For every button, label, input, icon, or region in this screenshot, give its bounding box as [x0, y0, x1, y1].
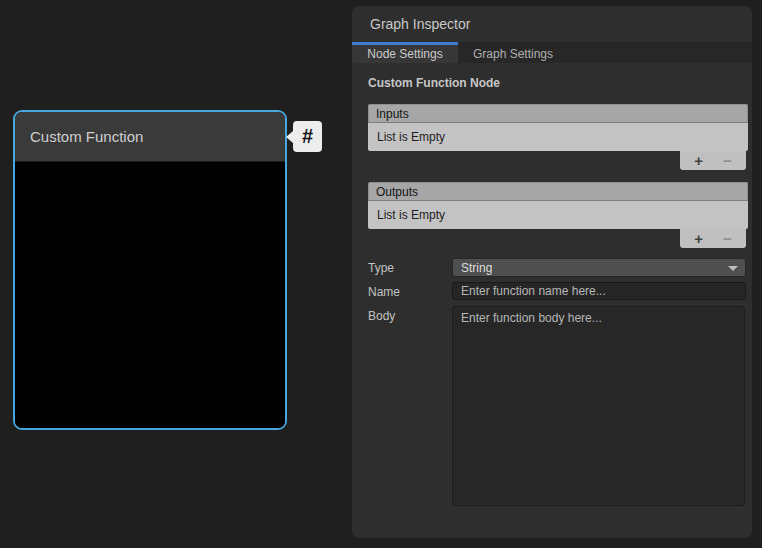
- inputs-empty-label: List is Empty: [377, 130, 445, 144]
- type-dropdown-value: String: [461, 261, 492, 275]
- outputs-list: Outputs List is Empty + −: [368, 182, 748, 248]
- node-title: Custom Function: [30, 128, 143, 145]
- minus-icon: −: [723, 152, 732, 169]
- plus-icon: +: [694, 230, 703, 247]
- custom-function-node[interactable]: Custom Function: [13, 110, 287, 430]
- type-dropdown[interactable]: String: [452, 258, 746, 277]
- outputs-empty-label: List is Empty: [377, 208, 445, 222]
- section-title: Custom Function Node: [368, 76, 500, 90]
- outputs-remove-button[interactable]: −: [717, 231, 738, 246]
- inputs-list: Inputs List is Empty + −: [368, 104, 748, 170]
- function-body-textarea[interactable]: [452, 306, 745, 506]
- inspector-tab-bar: Node Settings Graph Settings: [352, 42, 752, 63]
- panel-title: Graph Inspector: [370, 6, 470, 42]
- plus-icon: +: [694, 152, 703, 169]
- node-title-bar[interactable]: Custom Function: [15, 112, 285, 162]
- inputs-list-empty-row: List is Empty: [368, 123, 748, 151]
- tab-node-settings-label: Node Settings: [367, 47, 442, 61]
- inputs-list-footer: + −: [680, 151, 746, 170]
- minus-icon: −: [723, 230, 732, 247]
- outputs-add-button[interactable]: +: [688, 231, 709, 246]
- inputs-add-button[interactable]: +: [688, 153, 709, 168]
- node-body: [15, 162, 285, 430]
- hash-icon: #: [302, 125, 313, 148]
- function-name-input[interactable]: [452, 282, 746, 300]
- tab-node-settings[interactable]: Node Settings: [352, 42, 458, 63]
- type-field-label: Type: [368, 261, 394, 275]
- inputs-remove-button[interactable]: −: [717, 153, 738, 168]
- badge-tail-pointer: [286, 131, 293, 143]
- tab-graph-settings[interactable]: Graph Settings: [458, 42, 568, 63]
- inputs-list-header: Inputs: [368, 104, 748, 123]
- outputs-list-header: Outputs: [368, 182, 748, 201]
- name-field-label: Name: [368, 285, 400, 299]
- outputs-header-label: Outputs: [376, 185, 418, 199]
- body-field-label: Body: [368, 309, 395, 323]
- graph-inspector-panel: Graph Inspector Node Settings Graph Sett…: [352, 6, 752, 538]
- outputs-list-footer: + −: [680, 229, 746, 248]
- inputs-header-label: Inputs: [376, 107, 409, 121]
- tab-graph-settings-label: Graph Settings: [473, 47, 553, 61]
- chevron-down-icon: [728, 266, 738, 271]
- outputs-list-empty-row: List is Empty: [368, 201, 748, 229]
- node-hash-badge[interactable]: #: [293, 121, 322, 152]
